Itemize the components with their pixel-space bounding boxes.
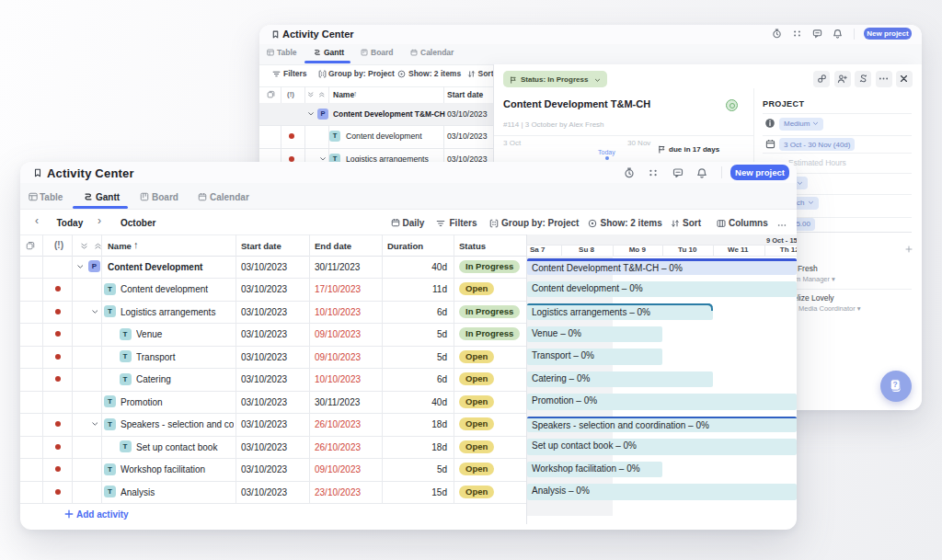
svg-text:?: ? <box>893 380 898 389</box>
